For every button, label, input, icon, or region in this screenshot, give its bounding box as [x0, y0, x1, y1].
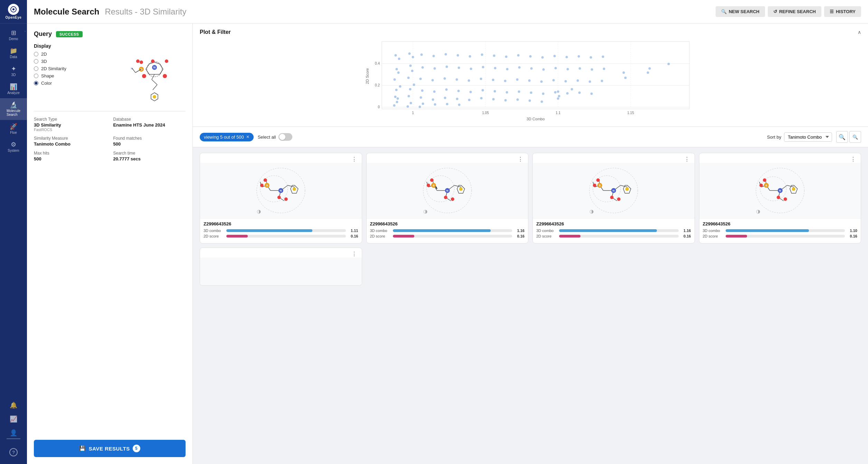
page-subtitle: Results - 3D Similarity [105, 7, 186, 17]
sort-select[interactable]: Tanimoto Combo 2D Score Shape Score Colo… [784, 132, 832, 142]
sidebar-item-notifications[interactable]: 🔔 [0, 399, 27, 412]
score2d-label-3: 2D score [536, 234, 557, 238]
svg-point-129 [554, 91, 557, 94]
sidebar-item-floe[interactable]: 🚀 Floe [0, 120, 27, 138]
radio-color[interactable]: Color [34, 81, 123, 86]
molecule-search-icon: 🔬 [10, 102, 17, 108]
card-menu-2[interactable]: ⋮ [516, 156, 525, 163]
svg-point-91 [469, 55, 471, 58]
svg-point-134 [578, 55, 580, 58]
svg-text:N: N [131, 67, 133, 70]
svg-point-13 [163, 74, 167, 78]
svg-point-105 [492, 98, 495, 101]
score2d-row-1: 2D score 0.16 [204, 234, 358, 238]
score2d-bar-3 [559, 235, 679, 238]
score2d-val-3: 0.16 [681, 234, 691, 238]
score2d-bar-4 [726, 235, 845, 238]
svg-point-149 [623, 72, 625, 74]
user-icon: 👤 [10, 430, 17, 436]
svg-line-19 [152, 80, 157, 85]
score2d-val-4: 0.16 [847, 234, 857, 238]
svg-point-22 [153, 95, 156, 99]
history-button[interactable]: ☰ HISTORY [824, 6, 861, 17]
svg-point-52 [398, 58, 400, 60]
svg-line-18 [152, 74, 154, 80]
refine-search-button[interactable]: ↺ REFINE SEARCH [768, 6, 821, 17]
molecule-card-3[interactable]: ⋮ [532, 153, 695, 243]
clear-filter-button[interactable]: ✕ [246, 134, 249, 139]
search-time-label: Search time [113, 151, 186, 156]
sidebar-item-system[interactable]: ⚙ System [0, 138, 27, 156]
topbar-actions: 🔍 NEW SEARCH ↺ REFINE SEARCH ☰ HISTORY [716, 6, 861, 17]
svg-point-132 [565, 80, 567, 83]
sidebar-item-demo[interactable]: ⊞ Demo › [0, 26, 27, 44]
molecule-card-5[interactable]: ⋮ [200, 248, 362, 286]
zoom-in-button[interactable]: 🔍 [836, 131, 848, 143]
radio-2d-similarity[interactable]: 2D Similarity [34, 66, 123, 71]
svg-point-174 [293, 187, 296, 191]
card-menu-1[interactable]: ⋮ [350, 156, 358, 163]
app-logo[interactable]: OpenEye [0, 0, 27, 24]
zoom-out-button[interactable]: 🔍 [849, 131, 861, 143]
svg-point-66 [421, 54, 423, 56]
molecule-card-1[interactable]: ⋮ [200, 153, 362, 243]
svg-point-195 [451, 197, 454, 201]
combo-val-3: 1.16 [681, 229, 691, 233]
svg-point-94 [470, 91, 472, 93]
svg-point-60 [408, 95, 410, 98]
svg-point-104 [494, 90, 496, 93]
combo-val-1: 1.11 [348, 229, 358, 233]
svg-point-47 [394, 78, 396, 81]
new-search-button[interactable]: 🔍 NEW SEARCH [716, 6, 765, 17]
card-header-3: ⋮ [533, 153, 695, 163]
svg-point-122 [542, 68, 545, 71]
molecule-card-2[interactable]: ⋮ [366, 153, 529, 243]
sidebar-item-analyze[interactable]: 📊 Analyze [0, 80, 27, 98]
svg-point-88 [457, 90, 460, 92]
zoom-out-icon: 🔍 [852, 134, 858, 140]
select-all-label: Select all [258, 134, 276, 140]
sidebar-item-user[interactable]: 👤 [0, 426, 27, 444]
sidebar-item-help[interactable]: ? [0, 445, 27, 460]
svg-text:N: N [613, 189, 615, 192]
sidebar-item-analytics[interactable]: 📈 [0, 412, 27, 426]
svg-point-77 [432, 99, 434, 101]
max-hits-value: 500 [34, 156, 106, 161]
bell-icon: 🔔 [10, 402, 17, 408]
radio-2d[interactable]: 2D [34, 52, 123, 57]
svg-point-62 [407, 105, 409, 108]
collapse-icon[interactable]: ∧ [858, 29, 861, 35]
score2d-row-4: 2D score 0.16 [703, 234, 858, 238]
sidebar-item-molecule-search[interactable]: 🔬 MoleculeSearch [0, 98, 27, 120]
combo-bar-4 [726, 229, 845, 232]
card-menu-4[interactable]: ⋮ [849, 156, 857, 163]
help-icon: ? [9, 448, 18, 456]
radio-2d-sim-label: 2D Similarity [41, 66, 66, 71]
svg-point-238 [776, 196, 780, 199]
select-all-toggle[interactable] [279, 133, 292, 141]
svg-point-241 [792, 187, 795, 191]
svg-point-82 [445, 89, 448, 91]
svg-point-58 [407, 77, 410, 79]
sidebar-item-data[interactable]: 📁 Data [0, 44, 27, 62]
card-menu-3[interactable]: ⋮ [683, 156, 691, 163]
svg-text:◑: ◑ [423, 208, 427, 214]
svg-point-120 [529, 100, 531, 102]
svg-point-112 [518, 66, 521, 69]
viewing-badge: viewing 5 out of 500 ✕ [200, 133, 254, 141]
svg-point-50 [396, 101, 398, 103]
svg-point-14 [151, 59, 154, 63]
score2d-fill-1 [226, 235, 248, 238]
molecule-card-4[interactable]: ⋮ [699, 153, 861, 243]
svg-point-45 [395, 54, 397, 57]
sidebar-item-3d[interactable]: ✦ 3D [0, 62, 27, 80]
card-menu-5[interactable]: ⋮ [350, 251, 358, 258]
plot-container: 2D Score 0 0.2 0.4 1 1. [200, 38, 861, 121]
svg-point-236 [763, 178, 766, 182]
radio-shape[interactable]: Shape [34, 73, 123, 78]
save-results-button[interactable]: 💾 SAVE RESULTS 5 [34, 440, 186, 457]
radio-3d[interactable]: 3D [34, 59, 123, 64]
svg-point-216 [610, 196, 614, 199]
topbar: Molecule Search Results - 3D Similarity … [27, 0, 868, 24]
svg-text:N: N [153, 66, 156, 69]
